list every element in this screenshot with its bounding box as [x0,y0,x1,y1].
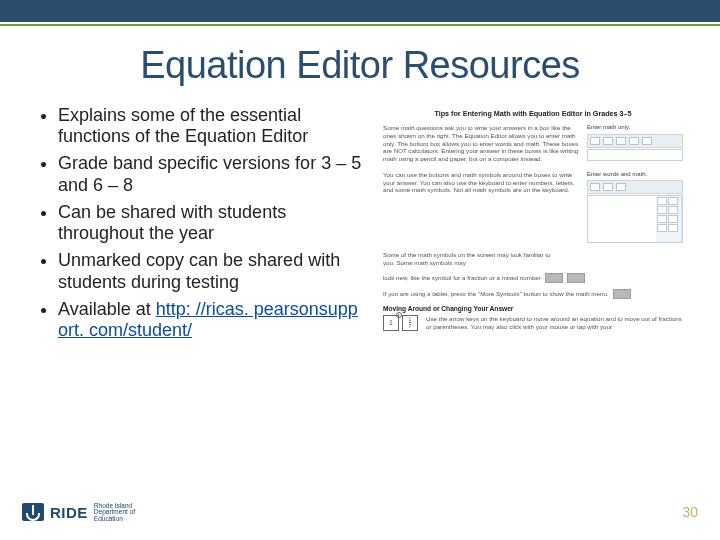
available-label: Available at [58,299,151,319]
list-item: Available at http: //ricas. pearsonsuppo… [58,299,365,341]
page-title: Equation Editor Resources [0,26,720,101]
list-item: Explains some of the essential functions… [58,105,365,147]
ride-logo: RIDE Rhode Island Department of Educatio… [22,503,135,523]
document-preview: Tips for Entering Math with Equation Edi… [383,105,683,389]
page-number: 30 [682,504,698,520]
doc-toolbar [587,180,683,194]
top-bar [0,0,720,22]
mixed-number-button-icon [567,273,585,283]
more-symbols-button-icon [613,289,631,299]
list-item: Can be shared with students throughout t… [58,202,365,244]
logo-word: RIDE [50,504,88,521]
doc-answer-chip: 17 [402,315,418,331]
bullet-column: Explains some of the essential functions… [40,105,365,389]
list-item: Grade band specific versions for 3 – 5 a… [58,153,365,195]
doc-text: look new, like the symbol for a fraction… [383,274,541,282]
logo-subline: Education [94,516,135,523]
doc-paragraph: Some of the math symbols on the screen m… [383,251,553,267]
doc-toolbar [587,134,683,148]
list-item: Unmarked copy can be shared with student… [58,250,365,292]
doc-paragraph: You can use the buttons and math symbols… [383,171,579,244]
doc-text: If you are using a tablet, press the "Mo… [383,290,609,298]
doc-label: Enter math only. [587,124,683,132]
doc-paragraph: Use the arrow keys on the keyboard to mo… [426,315,683,331]
doc-paragraph: Some math questions ask you to write you… [383,124,579,163]
doc-subtitle: Moving Around or Changing Your Answer [383,305,683,313]
fraction-button-icon [545,273,563,283]
anchor-icon [22,503,44,521]
doc-answer-box [587,195,683,243]
doc-symbol-palette [656,196,682,242]
doc-title: Tips for Entering Math with Equation Edi… [383,109,683,118]
doc-label: Enter words and math. [587,171,683,179]
doc-answer-line [587,149,683,161]
doc-answer-chip: 1× [383,315,399,331]
